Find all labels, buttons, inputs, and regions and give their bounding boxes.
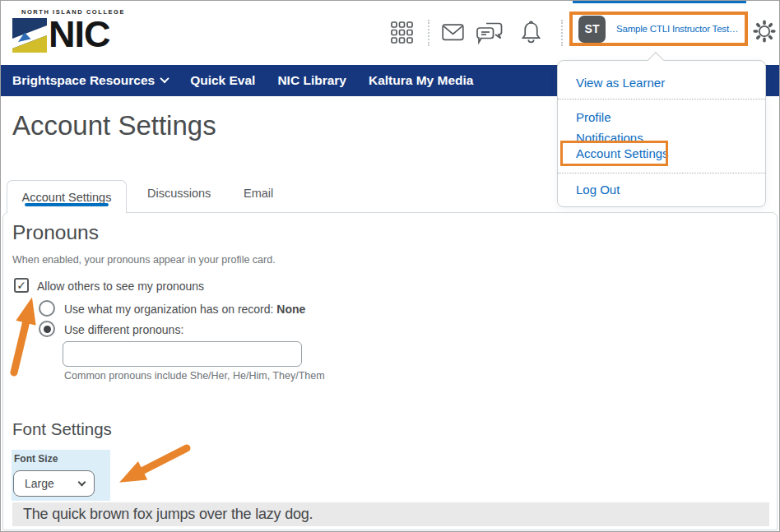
allow-pronouns-checkbox[interactable] — [14, 278, 29, 293]
tab-account-settings[interactable]: Account Settings — [7, 180, 127, 213]
chevron-down-icon — [160, 73, 169, 82]
nic-logo[interactable]: NORTH ISLAND COLLEGE NIC — [12, 8, 125, 53]
speech-bubbles-icon[interactable] — [476, 22, 504, 45]
menu-notifications[interactable]: Notifications — [576, 131, 643, 145]
header-divider — [428, 20, 429, 46]
pronouns-helper-text: Common pronouns include She/Her, He/Him,… — [64, 370, 325, 382]
font-size-select[interactable]: Large — [13, 470, 95, 497]
account-settings-page: NORTH ISLAND COLLEGE NIC — [0, 0, 780, 532]
user-profile-chip-annotated[interactable]: ST Sample CTLI Instructor Test Ac... — [569, 12, 748, 46]
allow-pronouns-label: Allow others to see my pronouns — [37, 280, 204, 293]
menu-view-as-learner[interactable]: View as Learner — [576, 76, 665, 90]
menu-divider — [558, 173, 765, 173]
header-divider — [561, 20, 563, 46]
menu-caret — [648, 52, 664, 68]
nav-nic-library[interactable]: NIC Library — [277, 73, 346, 88]
chevron-down-icon — [78, 478, 86, 486]
app-grid-icon[interactable] — [391, 21, 413, 44]
pronouns-heading: Pronouns — [12, 221, 99, 244]
avatar[interactable]: ST — [578, 16, 606, 43]
bell-icon[interactable] — [520, 21, 542, 44]
top-blue-line — [573, 1, 746, 3]
different-pronouns-label: Use different pronouns: — [64, 323, 183, 336]
user-dropdown-menu: View as Learner Profile Notifications Ac… — [557, 60, 766, 207]
org-record-value: None — [276, 303, 305, 316]
active-tab-underline — [25, 203, 109, 206]
nav-quick-eval[interactable]: Quick Eval — [190, 73, 255, 88]
font-settings-heading: Font Settings — [12, 419, 112, 439]
user-display-name[interactable]: Sample CTLI Instructor Test Ac... — [616, 24, 740, 34]
nic-acronym: NIC — [49, 18, 110, 51]
envelope-icon[interactable] — [442, 24, 464, 41]
different-pronouns-radio[interactable] — [39, 321, 55, 337]
nic-logo-icon — [12, 18, 47, 53]
nav-kaltura-my-media[interactable]: Kaltura My Media — [369, 73, 473, 88]
menu-log-out[interactable]: Log Out — [576, 183, 620, 197]
pronouns-description: When enabled, your pronouns appear in yo… — [12, 254, 276, 266]
nav-brightspace-resources[interactable]: Brightspace Resources — [12, 73, 168, 88]
page-title: Account Settings — [12, 110, 216, 141]
font-preview-text: The quick brown fox jumps over the lazy … — [23, 506, 313, 523]
menu-divider — [558, 99, 765, 99]
tab-email[interactable]: Email — [244, 187, 273, 200]
org-record-label: Use what my organization has on record: … — [64, 303, 305, 316]
gear-icon[interactable] — [752, 19, 777, 44]
pronouns-input[interactable] — [63, 341, 302, 367]
tab-discussions[interactable]: Discussions — [147, 187, 211, 200]
menu-account-settings[interactable]: Account Settings — [576, 146, 669, 160]
font-preview-bar: The quick brown fox jumps over the lazy … — [12, 502, 769, 526]
font-size-label: Font Size — [14, 453, 58, 465]
menu-profile[interactable]: Profile — [576, 110, 611, 124]
org-record-radio[interactable] — [39, 300, 55, 317]
